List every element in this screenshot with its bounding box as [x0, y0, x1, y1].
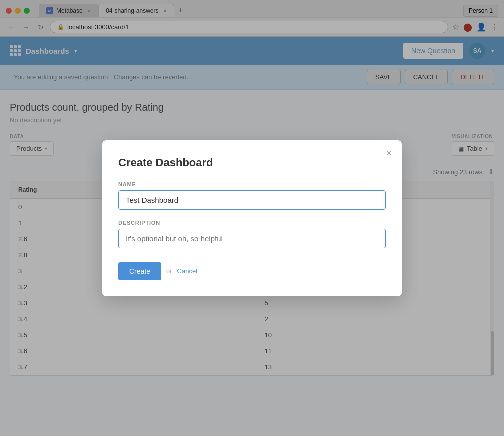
modal-title: Create Dashboard	[118, 156, 386, 169]
create-dashboard-modal: × Create Dashboard NAME DESCRIPTION Crea…	[102, 140, 402, 296]
modal-overlay[interactable]: × Create Dashboard NAME DESCRIPTION Crea…	[0, 0, 504, 436]
description-label: DESCRIPTION	[118, 220, 386, 226]
modal-footer: Create or Cancel	[118, 262, 386, 280]
dashboard-name-input[interactable]	[118, 190, 386, 210]
create-button[interactable]: Create	[118, 262, 161, 280]
or-text: or	[166, 267, 172, 275]
name-field-group: NAME	[118, 181, 386, 220]
modal-cancel-link[interactable]: Cancel	[177, 267, 197, 275]
dashboard-description-input[interactable]	[118, 229, 386, 248]
name-label: NAME	[118, 181, 386, 187]
description-field-group: DESCRIPTION	[118, 220, 386, 258]
modal-close-button[interactable]: ×	[386, 148, 392, 159]
